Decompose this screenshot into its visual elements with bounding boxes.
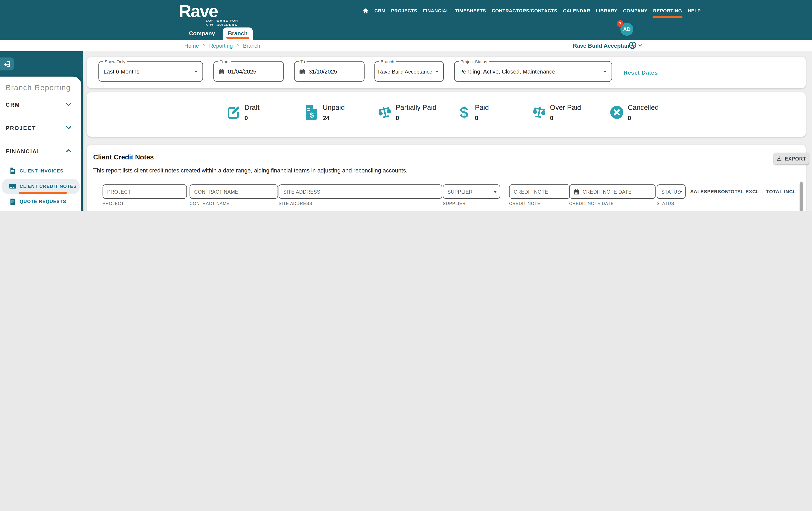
section-label: CRM — [6, 101, 20, 108]
branch-filter-select[interactable]: Branch Rave Build Acceptance — [375, 61, 444, 82]
over-paid-icon — [532, 103, 546, 122]
app: Rave SOFTWARE FOR KIWI BUILDERS CRMPROJE… — [0, 0, 812, 211]
filter-credit-note[interactable]: CREDIT NOTE — [509, 184, 570, 199]
notification-badge[interactable]: 7 — [617, 20, 624, 27]
sidebar-section-financial[interactable]: FINANCIAL — [0, 139, 81, 163]
report-description: This report lists client credit notes cr… — [93, 167, 408, 174]
project-status-label: Project Status — [459, 59, 489, 64]
nav-item-contractors-contacts[interactable]: CONTRACTORS/CONTACTS — [492, 8, 557, 13]
section-label: PROJECT — [6, 125, 36, 131]
home-icon[interactable] — [362, 8, 369, 14]
chevron-down-icon — [65, 101, 72, 108]
sidebar-item-quote-requests[interactable]: QUOTE REQUESTS — [1, 194, 80, 209]
cell-supplier: Melissa Baker Te Rātā — [443, 210, 509, 211]
logo-tagline: SOFTWARE FOR KIWI BUILDERS — [206, 19, 238, 27]
sidebar-section-project[interactable]: PROJECT — [0, 116, 81, 139]
nav-item-reporting[interactable]: REPORTING — [653, 8, 682, 13]
credit-note-link[interactable]: CN-344-1 — [509, 210, 534, 211]
tab-company[interactable]: Company — [184, 27, 220, 40]
status-summary: Draft 0 $ Unpaid 24 Partially Paid 0 $ P… — [87, 92, 806, 137]
rave-logo[interactable]: Rave SOFTWARE FOR KIWI BUILDERS — [179, 1, 238, 27]
sidebar-items: CLIENT INVOICES CLIENT CREDIT NOTES QUOT… — [0, 163, 81, 211]
filter-bar: Show Only Last 6 Months From 01/04/2025 … — [87, 57, 806, 88]
status-unpaid: $ Unpaid 24 — [304, 103, 345, 122]
nav-item-timesheets[interactable]: TIMESHEETS — [455, 8, 486, 13]
filter-project[interactable]: PROJECT — [103, 184, 187, 199]
nav-item-financial[interactable]: FINANCIAL — [423, 8, 449, 13]
nav-item-library[interactable]: LIBRARY — [596, 8, 617, 13]
status-label: Cancelled — [628, 104, 659, 111]
project-status-select[interactable]: Project Status Pending, Active, Closed, … — [454, 61, 612, 82]
column-label-contract-name: CONTRACT NAME — [190, 201, 279, 206]
nav-item-help[interactable]: HELP — [688, 8, 701, 13]
show-only-select[interactable]: Show Only Last 6 Months — [98, 61, 203, 82]
status-paid: $ Paid 0 — [457, 103, 489, 122]
nav-item-company[interactable]: COMPANY — [623, 8, 647, 13]
status-count: 0 — [475, 114, 489, 122]
filter-placeholder: STATUS — [661, 189, 680, 194]
column-label-row: PROJECTCONTRACT NAMESITE ADDRESSSUPPLIER… — [87, 201, 806, 206]
sidebar-item-label: QUOTE REQUESTS — [20, 199, 66, 204]
reset-dates-link[interactable]: Reset Dates — [624, 57, 658, 88]
sidebar-section-crm[interactable]: CRM — [0, 93, 81, 116]
collapse-sidebar-button[interactable] — [0, 58, 14, 70]
caret-down-icon — [194, 69, 198, 74]
vertical-scrollbar[interactable] — [800, 181, 803, 211]
sidebar-item-quotes[interactable]: QUOTES — [1, 209, 80, 211]
paid-icon: $ — [457, 103, 471, 122]
credit-card-icon — [9, 183, 16, 189]
nav-item-projects[interactable]: PROJECTS — [391, 8, 417, 13]
nav-item-crm[interactable]: CRM — [375, 8, 385, 13]
draft-icon — [226, 103, 241, 122]
export-label: EXPORT — [785, 156, 806, 161]
filter-supplier[interactable]: SUPPLIER — [443, 184, 500, 199]
to-date-input[interactable]: To 31/10/2025 — [294, 61, 365, 82]
filter-contract-name[interactable]: CONTRACT NAME — [190, 184, 278, 199]
report-card: Client Credit Notes This report lists cl… — [87, 145, 806, 211]
status-count: 0 — [628, 114, 659, 122]
breadcrumb-home[interactable]: Home — [184, 42, 199, 48]
filter-status[interactable]: STATUS — [657, 184, 686, 199]
sidebar-item-client-invoices[interactable]: CLIENT INVOICES — [1, 163, 80, 178]
breadcrumb-separator: > — [236, 42, 239, 48]
clock-icon[interactable] — [629, 41, 636, 49]
cell-site-address: 33 Te Rātā Boulevard — [279, 210, 443, 211]
breadcrumb-branch: Branch — [243, 42, 260, 48]
branch-label: Branch — [379, 59, 396, 64]
status-cancelled: Cancelled 0 — [610, 103, 659, 122]
avatar[interactable]: AD 7 — [620, 23, 634, 36]
nav-item-calendar[interactable]: CALENDAR — [563, 8, 590, 13]
chevron-down-icon — [65, 124, 72, 131]
filter-credit-note-date[interactable]: CREDIT NOTE DATE — [569, 184, 656, 199]
status-count: 0 — [396, 114, 436, 122]
tab-branch[interactable]: Branch — [223, 27, 253, 40]
breadcrumb: Home>Reporting>Branch — [184, 40, 260, 51]
scrollbar-thumb[interactable] — [800, 182, 803, 211]
column-label-credit-note-date: CREDIT NOTE DATE — [569, 201, 657, 206]
column-label-status: STATUS — [657, 201, 690, 206]
scope-tabs: Company Branch — [184, 27, 253, 40]
export-button[interactable]: EXPORT — [774, 153, 809, 164]
status-partially-paid: Partially Paid 0 — [377, 103, 436, 122]
breadcrumb-reporting[interactable]: Reporting — [209, 42, 233, 48]
branch-context-label: Rave Build Acceptance — [573, 42, 636, 48]
column-header-total-incl: TOTAL INCL — [765, 189, 804, 194]
partially-paid-icon — [377, 103, 392, 122]
caret-down-icon — [435, 69, 439, 74]
cell-contract-name: ENQ-RAB-295 — [190, 210, 279, 211]
column-label-site-address: SITE ADDRESS — [279, 201, 443, 206]
status-over-paid: Over Paid 0 — [532, 103, 581, 122]
from-date-input[interactable]: From 01/04/2025 — [213, 61, 284, 82]
sidebar-sections: CRM PROJECT FINANCIAL — [0, 93, 81, 163]
status-label: Over Paid — [550, 104, 581, 111]
cell-total-incl: $500.00 — [765, 210, 804, 211]
caret-down-icon — [678, 189, 683, 194]
filter-placeholder: PROJECT — [107, 189, 131, 194]
sidebar-item-client-credit-notes[interactable]: CLIENT CREDIT NOTES — [1, 178, 80, 194]
table-row[interactable]: Baker_344 Te Rātā ENQ-RAB-295 33 Te Rātā… — [87, 206, 806, 211]
filter-site-address[interactable]: SITE ADDRESS — [279, 184, 442, 199]
show-only-label: Show Only — [103, 59, 127, 64]
download-icon — [776, 156, 782, 161]
column-header-salesperson: SALESPERSON — [690, 189, 728, 194]
cell-status: UNPAID — [657, 210, 690, 211]
